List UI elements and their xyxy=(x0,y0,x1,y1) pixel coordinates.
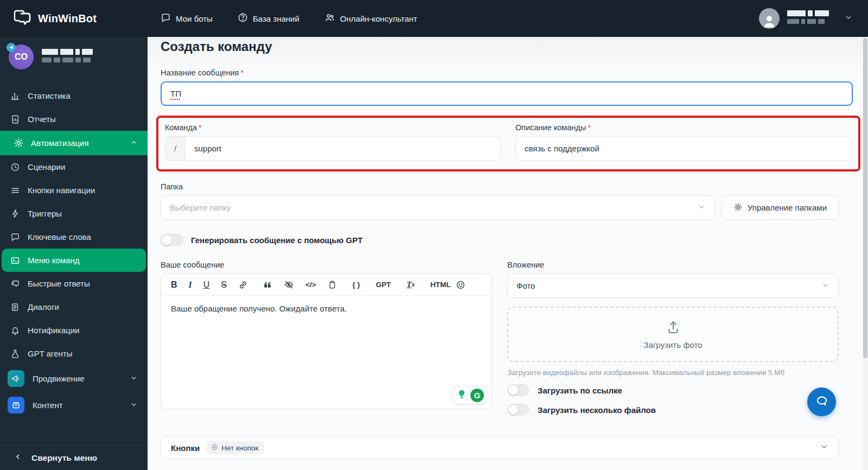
command-prefix: / xyxy=(165,136,186,161)
lightbulb-icon xyxy=(456,388,468,402)
chat-widget-button[interactable] xyxy=(807,388,836,416)
gpt-generate-label: Генерировать сообщение с помощью GPT xyxy=(191,236,362,245)
sidebar-item-label: Быстрые ответы xyxy=(28,279,90,288)
message-name-label: Название сообщения* xyxy=(161,68,839,77)
sidebar-item-label: Контент xyxy=(33,401,63,410)
sidebar-item-content[interactable]: Контент xyxy=(0,392,148,418)
report-icon xyxy=(10,115,21,124)
message-name-input[interactable]: ТП xyxy=(161,81,853,106)
sidebar-item-nav-buttons[interactable]: Кнопки навигации xyxy=(0,179,148,202)
lightning-icon xyxy=(10,209,21,218)
sidebar-item-reports[interactable]: Отчеты xyxy=(0,107,148,131)
attachment-type-select[interactable]: Фото xyxy=(507,274,839,298)
sidebar-item-command-menu[interactable]: Меню команд xyxy=(2,249,146,272)
top-navigation: Мои боты База знаний Онлайн xyxy=(161,12,417,24)
sidebar-item-keywords[interactable]: Ключевые слова xyxy=(0,225,148,249)
account-initials: CO xyxy=(15,52,28,62)
required-asterisk: * xyxy=(588,123,591,132)
sidebar-item-label: Нотификации xyxy=(28,326,79,335)
attachment-type-value: Фото xyxy=(516,281,535,290)
slash-circle-icon xyxy=(211,443,218,452)
chats-icon xyxy=(10,279,21,289)
required-asterisk: * xyxy=(199,123,202,132)
sidebar-menu: Статистика Отчеты Автоматизация Сценарии xyxy=(0,79,148,445)
sidebar: CO Статистика Отчеты xyxy=(0,37,148,470)
manage-folders-button[interactable]: Управление папками xyxy=(722,195,839,220)
upload-hint: Загрузите видеофайлы или изображения. Ма… xyxy=(507,369,839,377)
gpt-generate-toggle[interactable] xyxy=(161,234,183,246)
underline-button[interactable]: U xyxy=(203,280,210,290)
winwinbot-logo-icon xyxy=(13,9,31,28)
rich-text-editor[interactable]: B I U S </> xyxy=(161,274,492,409)
strikethrough-button[interactable]: S xyxy=(221,280,227,290)
sidebar-item-gpt-agents[interactable]: GPT агенты xyxy=(0,342,148,365)
upload-multiple-toggle[interactable] xyxy=(507,404,529,416)
editor-content[interactable]: Ваше обращение получено. Ожидайте ответа… xyxy=(161,296,492,321)
gpt-button[interactable]: GPT xyxy=(376,281,391,289)
avatar xyxy=(759,8,780,29)
account-avatar: CO xyxy=(9,45,34,69)
chevron-down-icon xyxy=(698,203,706,213)
description-label: Описание команды* xyxy=(515,123,852,132)
sidebar-item-label: GPT агенты xyxy=(28,349,73,358)
upload-by-link-label: Загрузить по ссылке xyxy=(538,386,622,395)
emoji-icon[interactable] xyxy=(456,280,465,290)
upload-dropzone[interactable]: Загрузить фото xyxy=(507,307,839,362)
buttons-section-title: Кнопки xyxy=(171,443,200,453)
sidebar-item-notifications[interactable]: Нотификации xyxy=(0,319,148,342)
quote-icon[interactable] xyxy=(263,280,272,290)
brand[interactable]: WinWinBot xyxy=(13,9,97,28)
sidebar-item-label: Ключевые слова xyxy=(28,232,91,242)
sidebar-item-quick-replies[interactable]: Быстрые ответы xyxy=(0,272,148,295)
sidebar-item-label: Сценарии xyxy=(28,162,65,172)
italic-button[interactable]: I xyxy=(189,280,192,290)
variables-button[interactable]: { } xyxy=(353,281,360,289)
attachment-section: Вложение Фото Загрузить фото Загрузите в… xyxy=(507,261,839,423)
grammarly-widget[interactable]: G xyxy=(452,386,487,404)
sidebar-item-label: Отчеты xyxy=(28,115,56,124)
scrollbar-thumb[interactable] xyxy=(863,38,867,358)
nav-online-consultant[interactable]: Онлайн-консультант xyxy=(324,12,417,24)
sidebar-item-label: Триггеры xyxy=(28,209,62,218)
editor-toolbar: B I U S </> xyxy=(161,274,492,296)
nav-knowledge-base[interactable]: База знаний xyxy=(238,12,299,24)
nav-my-bots[interactable]: Мои боты xyxy=(161,12,213,24)
bold-button[interactable]: B xyxy=(171,280,177,290)
message-editor-section: Ваше сообщение B I U S </> xyxy=(161,261,492,423)
clipboard-icon[interactable] xyxy=(328,280,337,289)
sidebar-item-label: Статистика xyxy=(28,91,71,100)
sidebar-item-triggers[interactable]: Триггеры xyxy=(0,202,148,225)
upload-multiple-label: Загрузить несколько файлов xyxy=(538,405,656,415)
user-menu[interactable] xyxy=(759,8,853,29)
collapse-menu-button[interactable]: Свернуть меню xyxy=(0,445,148,470)
sidebar-item-automation[interactable]: Автоматизация xyxy=(0,131,148,155)
link-icon[interactable] xyxy=(238,280,248,290)
annotation-red-box: Команда* / support Описание команды* свя… xyxy=(156,116,860,172)
folder-label: Папка xyxy=(161,182,839,191)
manage-folders-label: Управление папками xyxy=(748,203,827,212)
message-name-value: ТП xyxy=(170,89,181,98)
description-input[interactable]: связь с поддержкой xyxy=(515,136,852,161)
command-input[interactable]: support xyxy=(186,136,501,161)
redacted-username xyxy=(787,10,831,27)
question-circle-icon xyxy=(238,12,248,24)
upload-by-link-toggle[interactable] xyxy=(507,384,529,396)
brand-name: WinWinBot xyxy=(38,12,97,25)
dialogs-icon xyxy=(10,302,21,312)
html-button[interactable]: HTML xyxy=(430,281,451,289)
sidebar-item-statistics[interactable]: Статистика xyxy=(0,84,148,107)
code-button[interactable]: </> xyxy=(305,281,316,289)
sidebar-item-dialogs[interactable]: Диалоги xyxy=(0,295,148,319)
sidebar-item-promotion[interactable]: Продвижение xyxy=(0,365,148,392)
spoiler-eye-off-icon[interactable] xyxy=(284,280,294,290)
sidebar-item-scenarios[interactable]: Сценарии xyxy=(0,155,148,179)
sidebar-account[interactable]: CO xyxy=(0,37,148,79)
gear-icon xyxy=(13,138,24,148)
scrollbar[interactable] xyxy=(863,37,868,470)
description-value: связь с поддержкой xyxy=(525,144,599,153)
sidebar-item-label: Кнопки навигации xyxy=(28,186,95,195)
clear-format-button[interactable]: Tx xyxy=(407,280,415,289)
folder-select[interactable]: Выберите папку xyxy=(161,195,715,220)
clock-icon xyxy=(10,162,21,172)
buttons-section-card[interactable]: Кнопки Нет кнопок xyxy=(161,436,839,459)
